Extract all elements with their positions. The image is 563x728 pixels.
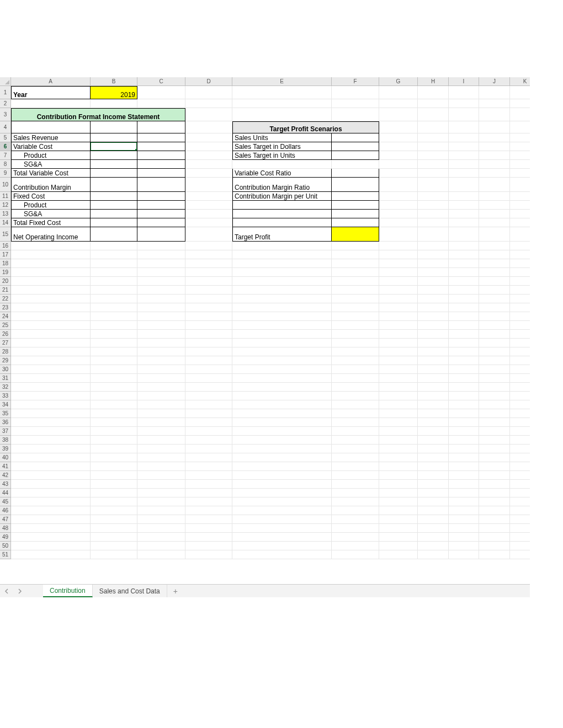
cell-A3[interactable]: Contribution Format Income Statement (11, 108, 185, 121)
cell-K1[interactable] (510, 86, 530, 99)
cell-K9[interactable] (510, 169, 530, 178)
cell-G34[interactable] (379, 400, 418, 409)
cell-B13[interactable] (91, 210, 137, 218)
cell-B45[interactable] (91, 497, 137, 506)
row-header-37[interactable]: 37 (0, 427, 11, 436)
cell-K34[interactable] (510, 400, 530, 409)
cell-F46[interactable] (332, 506, 379, 515)
cell-A38[interactable] (11, 436, 91, 445)
cell-H44[interactable] (418, 489, 449, 497)
cell-K14[interactable] (510, 218, 530, 227)
cell-D15[interactable] (185, 227, 232, 242)
cell-J24[interactable] (479, 312, 510, 321)
row-header-42[interactable]: 42 (0, 471, 11, 480)
cell-G21[interactable] (379, 286, 418, 295)
cell-H10[interactable] (418, 178, 449, 192)
row-header-15[interactable]: 15 (0, 227, 11, 242)
cell-I40[interactable] (449, 453, 479, 462)
cell-B21[interactable] (91, 286, 137, 295)
cell-E17[interactable] (232, 250, 332, 259)
cell-G12[interactable] (379, 201, 418, 210)
cell-B4[interactable] (91, 121, 137, 133)
row-header-7[interactable]: 7 (0, 151, 11, 160)
cell-C22[interactable] (137, 295, 185, 303)
cell-E4[interactable]: Target Profit Scenarios (232, 121, 379, 133)
cell-H9[interactable] (418, 169, 449, 178)
cell-C27[interactable] (137, 339, 185, 347)
cell-J10[interactable] (479, 178, 510, 192)
cell-B43[interactable] (91, 480, 137, 489)
cell-G24[interactable] (379, 312, 418, 321)
cell-C46[interactable] (137, 506, 185, 515)
cell-J8[interactable] (479, 160, 510, 169)
cell-F26[interactable] (332, 330, 379, 339)
cell-C12[interactable] (137, 201, 185, 210)
cell-D13[interactable] (185, 210, 232, 218)
cell-K16[interactable] (510, 242, 530, 250)
cell-H13[interactable] (418, 210, 449, 218)
cell-C51[interactable] (137, 550, 185, 559)
row-header-35[interactable]: 35 (0, 409, 11, 418)
cell-F49[interactable] (332, 533, 379, 542)
cell-J6[interactable] (479, 142, 510, 151)
cell-I38[interactable] (449, 436, 479, 445)
row-header-39[interactable]: 39 (0, 445, 11, 453)
row-header-14[interactable]: 14 (0, 218, 11, 227)
cell-K18[interactable] (510, 259, 530, 268)
cell-F42[interactable] (332, 471, 379, 480)
cell-E39[interactable] (232, 445, 332, 453)
cell-C47[interactable] (137, 515, 185, 524)
cell-D25[interactable] (185, 321, 232, 330)
cell-J21[interactable] (479, 286, 510, 295)
cell-C33[interactable] (137, 392, 185, 400)
cell-C14[interactable] (137, 218, 185, 227)
cell-E37[interactable] (232, 427, 332, 436)
cell-I45[interactable] (449, 497, 479, 506)
cell-B22[interactable] (91, 295, 137, 303)
cell-E16[interactable] (232, 242, 332, 250)
cell-C10[interactable] (137, 178, 185, 192)
cell-B31[interactable] (91, 374, 137, 383)
cell-B48[interactable] (91, 524, 137, 533)
cell-D29[interactable] (185, 356, 232, 365)
cell-K21[interactable] (510, 286, 530, 295)
cell-I9[interactable] (449, 169, 479, 178)
cell-D21[interactable] (185, 286, 232, 295)
cell-F48[interactable] (332, 524, 379, 533)
cell-K23[interactable] (510, 303, 530, 312)
cell-B16[interactable] (91, 242, 137, 250)
cell-B15[interactable] (91, 227, 137, 242)
row-header-31[interactable]: 31 (0, 374, 11, 383)
cell-J7[interactable] (479, 151, 510, 160)
cell-K5[interactable] (510, 133, 530, 142)
cell-B39[interactable] (91, 445, 137, 453)
row-header-30[interactable]: 30 (0, 365, 11, 374)
cell-F21[interactable] (332, 286, 379, 295)
row-header-3[interactable]: 3 (0, 108, 11, 121)
cell-K10[interactable] (510, 178, 530, 192)
cell-B32[interactable] (91, 383, 137, 392)
cell-J22[interactable] (479, 295, 510, 303)
cell-D31[interactable] (185, 374, 232, 383)
row-header-2[interactable]: 2 (0, 99, 11, 108)
cell-H26[interactable] (418, 330, 449, 339)
cell-I15[interactable] (449, 227, 479, 242)
cell-I41[interactable] (449, 462, 479, 471)
cell-D24[interactable] (185, 312, 232, 321)
cell-K38[interactable] (510, 436, 530, 445)
cell-K20[interactable] (510, 277, 530, 286)
row-header-9[interactable]: 9 (0, 169, 11, 178)
cell-I23[interactable] (449, 303, 479, 312)
cell-C16[interactable] (137, 242, 185, 250)
cell-C6[interactable] (137, 142, 185, 151)
cell-I51[interactable] (449, 550, 479, 559)
cell-K33[interactable] (510, 392, 530, 400)
cell-C35[interactable] (137, 409, 185, 418)
select-all-corner[interactable] (0, 77, 11, 86)
cell-K32[interactable] (510, 383, 530, 392)
cell-J3[interactable] (479, 108, 510, 121)
cell-F22[interactable] (332, 295, 379, 303)
cell-J18[interactable] (479, 259, 510, 268)
cell-I20[interactable] (449, 277, 479, 286)
cell-E50[interactable] (232, 542, 332, 550)
